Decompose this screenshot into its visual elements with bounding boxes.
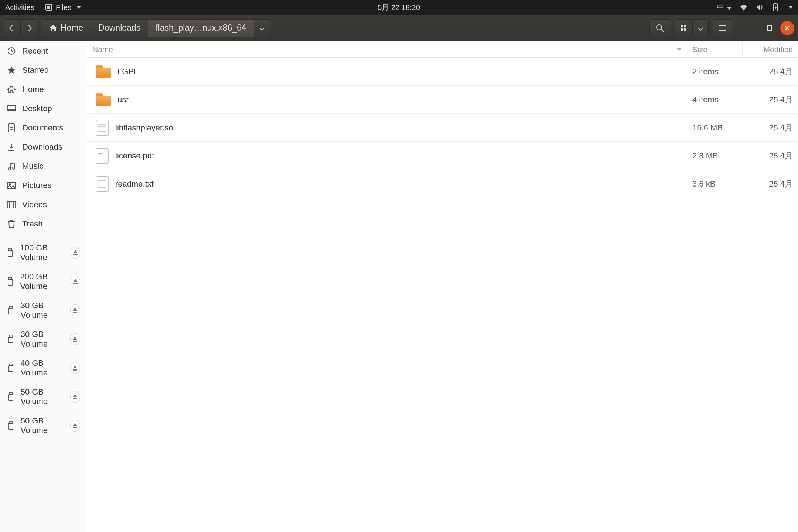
- chevron-down-icon: [698, 25, 703, 30]
- sidebar-item-starred[interactable]: Starred: [0, 61, 87, 80]
- sidebar-item-label: Home: [22, 85, 44, 94]
- svg-rect-17: [7, 201, 16, 208]
- svg-rect-37: [73, 398, 77, 399]
- sidebar-item-trash[interactable]: Trash: [0, 214, 87, 233]
- col-name[interactable]: Name: [87, 41, 687, 57]
- folder-icon: [96, 93, 111, 106]
- usb-icon: [7, 306, 15, 315]
- svg-rect-5: [767, 26, 772, 30]
- activities-button[interactable]: Activities: [5, 3, 34, 12]
- sidebar-item-home[interactable]: Home: [0, 80, 87, 99]
- column-headers: Name Size Modified: [87, 41, 798, 58]
- eject-button[interactable]: [70, 304, 80, 316]
- clock[interactable]: 5月 22 18:20: [81, 3, 717, 13]
- chevron-down-icon: [76, 6, 81, 9]
- forward-button[interactable]: [20, 19, 37, 37]
- sidebar-volume[interactable]: 100 GB Volume: [0, 238, 87, 267]
- usb-icon: [7, 277, 14, 286]
- file-name: license.pdf: [115, 151, 154, 161]
- chevron-left-icon: [9, 25, 16, 31]
- file-row[interactable]: readme.txt 3.6 kB 25 4月: [87, 170, 798, 198]
- minimize-button[interactable]: [746, 25, 759, 31]
- file-size: 3.6 kB: [692, 179, 715, 189]
- crumb-menu[interactable]: [254, 19, 270, 37]
- file-name: usr: [117, 95, 129, 105]
- eject-button[interactable]: [70, 362, 80, 374]
- sidebar-volume[interactable]: 50 GB Volume: [0, 411, 87, 440]
- sidebar-item-recent[interactable]: Recent: [0, 41, 87, 61]
- file-size: 2.8 MB: [692, 151, 718, 161]
- search-button[interactable]: [649, 19, 670, 37]
- svg-rect-32: [8, 366, 13, 372]
- back-button[interactable]: [4, 19, 20, 37]
- sidebar-volume[interactable]: 30 GB Volume: [0, 325, 87, 354]
- wifi-icon[interactable]: [740, 4, 748, 11]
- eject-button[interactable]: [70, 420, 80, 432]
- file-size: 4 items: [692, 95, 719, 105]
- file-size: 16.6 MB: [692, 123, 723, 133]
- file-icon: [96, 176, 109, 192]
- file-row[interactable]: libflashplayer.so 16.6 MB 25 4月: [87, 114, 798, 142]
- input-method-indicator[interactable]: 中: [717, 3, 732, 13]
- sidebar-item-downloads[interactable]: Downloads: [0, 137, 87, 157]
- sidebar-item-documents[interactable]: Documents: [0, 118, 87, 137]
- pdf-icon: [96, 148, 109, 164]
- hamburger-menu[interactable]: [713, 19, 732, 37]
- file-row[interactable]: license.pdf 2.8 MB 25 4月: [87, 142, 798, 170]
- sidebar-item-label: Videos: [22, 200, 47, 209]
- eject-button[interactable]: [71, 247, 80, 259]
- file-modified: 25 4月: [769, 122, 793, 133]
- svg-rect-31: [73, 341, 77, 342]
- file-modified: 25 4月: [769, 94, 793, 105]
- system-menu-icon[interactable]: [788, 6, 793, 9]
- files-app-icon: [45, 4, 52, 11]
- file-row[interactable]: usr 4 items 25 4月: [87, 86, 798, 114]
- chevron-down-icon: [727, 7, 732, 10]
- sidebar-volume[interactable]: 40 GB Volume: [0, 354, 87, 382]
- crumb-current[interactable]: flash_play…nux.x86_64: [148, 19, 254, 37]
- file-row[interactable]: LGPL 2 items 25 4月: [87, 58, 798, 86]
- sidebar-item-label: Pictures: [22, 181, 51, 190]
- svg-rect-29: [8, 337, 13, 343]
- grid-icon: [681, 25, 686, 31]
- maximize-button[interactable]: [763, 25, 776, 31]
- desktop-icon: [7, 105, 16, 112]
- view-menu-button[interactable]: [692, 19, 709, 37]
- close-icon: [785, 25, 790, 31]
- sidebar-item-desktop[interactable]: Desktop: [0, 99, 87, 118]
- eject-button[interactable]: [70, 391, 80, 403]
- usb-icon: [7, 248, 14, 257]
- sidebar-item-music[interactable]: Music: [0, 157, 87, 176]
- close-button[interactable]: [780, 21, 794, 35]
- battery-icon[interactable]: [772, 3, 779, 12]
- sidebar-volume[interactable]: 50 GB Volume: [0, 382, 87, 411]
- view-grid-button[interactable]: [675, 19, 692, 37]
- app-menu[interactable]: Files: [45, 3, 81, 12]
- sidebar-item-videos[interactable]: Videos: [0, 195, 87, 214]
- sidebar-item-label: 30 GB Volume: [21, 301, 64, 320]
- crumb-home[interactable]: Home: [42, 19, 91, 37]
- sidebar-item-label: Trash: [22, 219, 42, 229]
- sidebar-item-label: 100 GB Volume: [20, 243, 65, 262]
- sidebar-volume[interactable]: 200 GB Volume: [0, 267, 87, 296]
- svg-rect-40: [73, 427, 77, 428]
- col-size[interactable]: Size: [687, 41, 743, 57]
- crumb-downloads[interactable]: Downloads: [91, 19, 148, 37]
- usb-icon: [7, 364, 15, 372]
- sidebar: RecentStarredHomeDesktopDocumentsDownloa…: [0, 41, 87, 532]
- volume-icon[interactable]: [756, 4, 764, 11]
- sidebar-item-label: Recent: [22, 46, 48, 56]
- eject-button[interactable]: [71, 276, 80, 287]
- sidebar-volume[interactable]: 30 GB Volume: [0, 296, 87, 325]
- usb-icon: [7, 335, 15, 344]
- sort-desc-icon: [676, 48, 682, 51]
- sidebar-item-label: Downloads: [22, 142, 62, 152]
- svg-rect-28: [73, 312, 77, 313]
- svg-line-3: [661, 29, 664, 32]
- file-name: readme.txt: [115, 179, 154, 189]
- file-modified: 25 4月: [769, 150, 793, 161]
- trash-icon: [7, 219, 16, 228]
- eject-button[interactable]: [70, 333, 80, 345]
- col-modified[interactable]: Modified: [743, 41, 798, 57]
- sidebar-item-pictures[interactable]: Pictures: [0, 176, 87, 195]
